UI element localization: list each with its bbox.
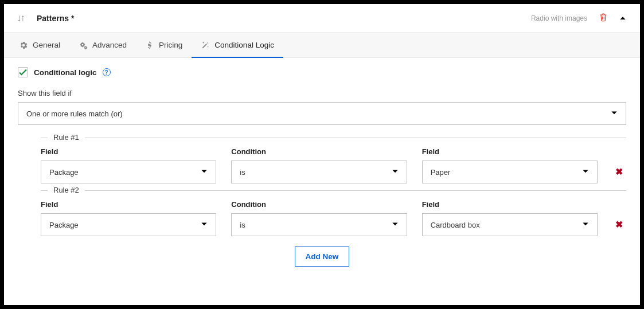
gear-icon	[19, 41, 28, 50]
rule-condition-value: is	[240, 168, 245, 177]
chevron-down-icon	[200, 220, 209, 230]
rule-condition-select[interactable]: is	[231, 213, 407, 236]
enable-conditional-label: Conditional logic	[34, 68, 97, 77]
chevron-down-icon	[581, 220, 590, 230]
remove-rule-button[interactable]: ✖	[612, 219, 626, 236]
rules-container: Rule #1FieldPackageConditionisFieldPaper…	[18, 138, 626, 236]
match-mode-select[interactable]: One or more rules match (or)	[18, 102, 626, 125]
rule-value-value: Cardboard box	[431, 221, 480, 229]
tab-general[interactable]: General	[10, 33, 69, 57]
condition-label: Condition	[231, 147, 407, 156]
chevron-down-icon	[391, 220, 400, 230]
rule: Rule #1FieldPackageConditionisFieldPaper…	[41, 138, 626, 183]
condition-label: Condition	[231, 200, 407, 209]
check-icon	[18, 68, 28, 77]
rule-field-value: Package	[49, 221, 79, 229]
chevron-down-icon	[581, 167, 590, 178]
tab-label: Advanced	[92, 41, 127, 49]
rule-condition-select[interactable]: is	[231, 161, 407, 183]
match-mode-value: One or more rules match (or)	[26, 109, 123, 118]
tab-label: General	[33, 41, 60, 49]
dollar-icon	[145, 41, 154, 50]
chevron-up-icon	[618, 14, 627, 23]
value-label: Field	[422, 200, 598, 209]
gears-icon	[79, 41, 88, 50]
tab-advanced[interactable]: Advanced	[69, 33, 136, 57]
rule-field-select[interactable]: Package	[41, 213, 216, 236]
tab-label: Pricing	[159, 41, 182, 49]
rule: Rule #2FieldPackageConditionisFieldCardb…	[41, 190, 626, 236]
field-type-label: Radio with images	[531, 14, 587, 22]
chevron-down-icon	[610, 108, 619, 119]
tab-bar: General Advanced Pricing Conditional Log…	[4, 33, 640, 58]
drag-handle-icon[interactable]: ↓↑	[17, 13, 24, 23]
rule-value-select[interactable]: Paper	[422, 161, 598, 183]
show-if-label: Show this field if	[18, 89, 626, 97]
field-label: Field	[41, 200, 216, 209]
panel-header: ↓↑ Patterns * Radio with images	[4, 4, 640, 33]
field-label: Field	[41, 147, 216, 156]
wand-icon	[201, 41, 210, 50]
remove-rule-button[interactable]: ✖	[612, 166, 626, 183]
trash-icon	[599, 13, 608, 22]
value-label: Field	[422, 147, 598, 156]
rule-field-value: Package	[49, 168, 79, 177]
add-new-button[interactable]: Add New	[295, 247, 350, 267]
rule-value-value: Paper	[431, 168, 451, 177]
enable-conditional-checkbox[interactable]	[18, 67, 28, 77]
tab-label: Conditional Logic	[214, 41, 274, 49]
rule-condition-value: is	[240, 221, 245, 229]
rule-legend: Rule #1	[48, 133, 85, 142]
chevron-down-icon	[200, 167, 209, 178]
collapse-toggle[interactable]	[618, 14, 627, 23]
rule-field-select[interactable]: Package	[41, 161, 216, 183]
delete-button[interactable]	[599, 13, 608, 24]
chevron-down-icon	[391, 167, 400, 178]
rule-value-select[interactable]: Cardboard box	[422, 213, 598, 236]
rule-legend: Rule #2	[48, 186, 85, 194]
help-icon[interactable]: ?	[103, 68, 111, 76]
tab-conditional-logic[interactable]: Conditional Logic	[192, 33, 283, 57]
tab-body: Conditional logic ? Show this field if O…	[4, 58, 640, 305]
panel-title: Patterns *	[37, 14, 531, 23]
tab-pricing[interactable]: Pricing	[136, 33, 192, 57]
